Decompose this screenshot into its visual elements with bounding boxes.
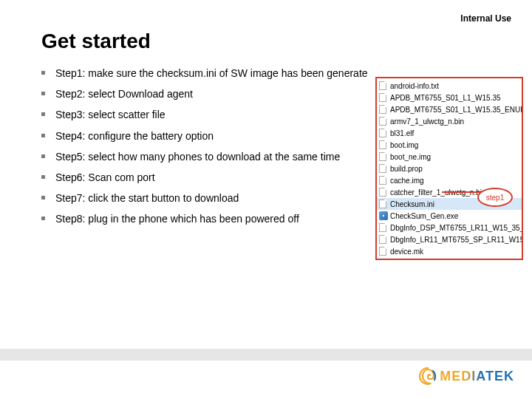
step-text: Step4: configure the battery option [55,129,214,143]
file-name: Checksum.ini [390,200,434,208]
document-icon [379,93,388,102]
step-item: Step2: select Download agent [41,87,426,100]
file-row[interactable]: boot.img [377,139,522,151]
file-name: cache.img [390,177,424,185]
bullet-icon [41,92,45,95]
document-icon [379,152,388,161]
file-name: DbgInfo_LR11_MT6755_SP_LR11_W15... [390,236,522,244]
document-icon [379,81,388,90]
document-icon [379,235,388,244]
file-row[interactable]: bl31.elf [377,127,522,139]
classification-label: Internal Use [460,13,511,24]
file-row[interactable]: android-info.txt [377,80,522,92]
file-name: android-info.txt [390,82,439,90]
step-text: Step2: select Download agent [55,87,193,100]
document-icon [379,247,388,256]
document-icon [379,223,388,232]
step-item: Step1: make sure the checksum.ini of SW … [41,66,426,80]
document-icon [379,105,388,114]
bullet-icon [41,154,45,158]
file-row[interactable]: DbgInfo_DSP_MT6755_LR11_W15_35_... [377,222,522,233]
file-name: DbgInfo_DSP_MT6755_LR11_W15_35_... [390,224,522,232]
step1-callout: step1 [477,188,513,207]
step-item: Step6: Scan com port [41,171,426,184]
file-name: CheckSum_Gen.exe [390,212,458,220]
file-name: APDB_MT6755_S01_L1_W15.35_ENUM [390,106,522,114]
steps-list: Step1: make sure the checksum.ini of SW … [41,66,426,233]
step-item: Step8: plug in the phone which has been … [41,212,426,225]
document-icon [379,176,388,185]
logo-swirl-icon [418,366,437,386]
document-icon [379,164,388,173]
file-name: device.mk [390,248,423,256]
document-icon [379,140,388,149]
bullet-icon [41,216,45,220]
file-row[interactable]: build.prop [377,163,522,174]
document-icon [379,188,388,197]
file-row[interactable]: DbgInfo_LR11_MT6755_SP_LR11_W15... [377,233,522,245]
callout-connector [442,191,480,193]
file-name: boot.img [390,141,418,149]
document-icon [379,129,388,137]
file-row[interactable]: APDB_MT6755_S01_L1_W15.35 [377,92,522,103]
step-text: Step3: select scatter file [55,108,166,121]
file-name: armv7_1_ulwctg_n.bin [390,117,464,126]
step-text: Step5: select how many phones to downloa… [55,150,340,163]
file-row[interactable]: boot_ne.img [377,151,522,163]
step-text: Step8: plug in the phone which has been … [55,212,299,225]
document-icon [379,200,388,208]
logo-text: MEDIATEK [440,369,514,384]
step-text: Step6: Scan com port [55,171,155,184]
mediatek-logo: MEDIATEK [418,366,514,386]
bullet-icon [41,134,45,137]
step-item: Step4: configure the battery option [41,129,426,143]
file-row[interactable]: APDB_MT6755_S01_L1_W15.35_ENUM [377,103,522,115]
bullet-icon [41,196,45,200]
document-icon [379,117,388,126]
step-item: Step7: click the start button to downloa… [41,191,426,205]
bullet-icon [41,175,45,179]
file-list-panel: android-info.txtAPDB_MT6755_S01_L1_W15.3… [375,77,523,260]
file-row[interactable]: device.mk [377,245,522,257]
step-text: Step1: make sure the checksum.ini of SW … [55,66,368,80]
file-name: APDB_MT6755_S01_L1_W15.35 [390,94,501,102]
step-item: Step5: select how many phones to downloa… [41,150,426,163]
file-name: boot_ne.img [390,153,431,161]
file-name: build.prop [390,165,423,173]
step-item: Step3: select scatter file [41,108,426,121]
exe-icon [379,211,388,220]
file-name: bl31.elf [390,129,414,137]
file-row[interactable]: CheckSum_Gen.exe [377,210,522,222]
step-text: Step7: click the start button to downloa… [55,191,239,205]
footer-divider [0,349,532,361]
file-row[interactable]: armv7_1_ulwctg_n.bin [377,115,522,127]
page-title: Get started [41,30,151,53]
bullet-icon [41,71,45,75]
bullet-icon [41,112,45,116]
file-row[interactable]: cache.img [377,174,522,186]
